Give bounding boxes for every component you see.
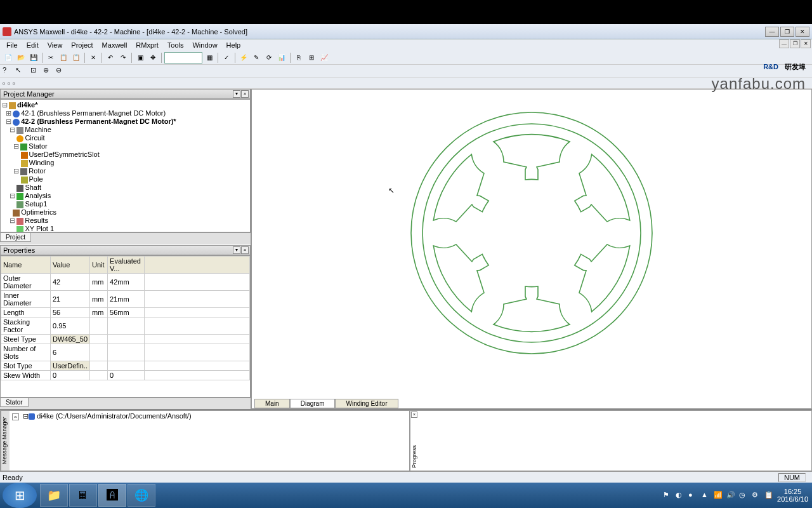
windows-taskbar[interactable]: ⊞ 📁 🖩 🅰 🌐 ⚑ ◐ ● ▲ 📶 🔊 ◷ ⚙ 📋 16:252016/6/… [0, 483, 812, 508]
taskbar-explorer-icon[interactable]: 📁 [40, 484, 68, 507]
property-row[interactable]: Number of Slots6 [1, 344, 250, 361]
tool-icon-2[interactable]: ▫ [8, 79, 10, 87]
menu-tools[interactable]: Tools [164, 41, 188, 50]
tool-icon-1[interactable]: ▫ [3, 79, 5, 87]
panel-close-icon[interactable]: × [241, 246, 249, 254]
delete-icon[interactable]: ✕ [88, 52, 99, 64]
menu-edit[interactable]: Edit [23, 41, 43, 50]
tray-flag-icon[interactable]: ⚑ [663, 491, 672, 500]
property-row[interactable]: Steel TypeDW465_50 [1, 335, 250, 344]
tree-slot[interactable]: UserDefSymmetricSlot [2, 150, 249, 159]
undo-icon[interactable]: ↶ [105, 52, 116, 64]
properties-table[interactable]: Name Value Unit Evaluated V... Outer Dia… [0, 255, 251, 398]
property-row[interactable]: Skew Width00 [1, 371, 250, 380]
report-icon[interactable]: 📊 [276, 52, 287, 64]
properties-header[interactable]: Properties ▾× [0, 245, 251, 255]
tree-pole[interactable]: Pole [2, 175, 249, 184]
property-row[interactable]: Outer Diameter42mm42mm [1, 274, 250, 291]
progress-panel[interactable]: × Progress [410, 410, 812, 471]
minimize-button[interactable]: — [765, 27, 779, 37]
system-tray[interactable]: ⚑ ◐ ● ▲ 📶 🔊 ◷ ⚙ 📋 16:252016/6/10 [659, 488, 812, 503]
chart-icon[interactable]: 📈 [318, 52, 330, 64]
tree-shaft[interactable]: Shaft [2, 184, 249, 192]
menu-window[interactable]: Window [188, 41, 221, 50]
redo-icon[interactable]: ↷ [117, 52, 129, 64]
property-row[interactable]: Inner Diameter21mm21mm [1, 291, 250, 308]
tree-winding[interactable]: Winding [2, 159, 249, 167]
mdi-minimize[interactable]: — [779, 39, 789, 48]
tray-icon[interactable]: ▲ [701, 491, 710, 500]
tree-machine[interactable]: ⊟Machine [2, 126, 249, 134]
close-button[interactable]: ✕ [796, 27, 809, 37]
taskbar-calc-icon[interactable]: 🖩 [69, 484, 97, 507]
project-tree[interactable]: ⊟di4ke* ⊞42-1 (Brushless Permanent-Magne… [0, 99, 251, 232]
edit-icon[interactable]: ✎ [251, 52, 262, 64]
view-tab-main[interactable]: Main [254, 399, 290, 408]
msg-close-icon[interactable]: × [12, 413, 19, 420]
menu-view[interactable]: View [44, 41, 67, 50]
tray-icon[interactable]: ◷ [739, 491, 748, 500]
menu-rmxprt[interactable]: RMxprt [132, 41, 162, 50]
tray-volume-icon[interactable]: 🔊 [726, 491, 735, 500]
design-viewport[interactable]: ↖ Main Diagram Winding Editor [251, 89, 812, 409]
units-combo[interactable] [164, 52, 202, 64]
pin-icon[interactable]: ▾ [233, 90, 240, 98]
tab-project[interactable]: Project [0, 233, 31, 242]
tray-icon[interactable]: 📋 [764, 491, 773, 500]
validate-icon[interactable]: ✓ [221, 52, 232, 64]
menu-file[interactable]: File [3, 41, 22, 50]
mdi-close[interactable]: ✕ [801, 39, 811, 48]
view-tab-diagram[interactable]: Diagram [290, 399, 336, 408]
tray-network-icon[interactable]: 📶 [714, 491, 723, 500]
tree-rotor[interactable]: ⊟Rotor [2, 167, 249, 175]
refresh-icon[interactable]: ⟳ [263, 52, 275, 64]
message-manager-panel[interactable]: Message Manager × ⊟di4ke (C:/Users/Admin… [0, 410, 410, 471]
msg-line[interactable]: di4ke (C:/Users/Administrator/Documents/… [37, 412, 191, 420]
view-tab-winding[interactable]: Winding Editor [335, 399, 398, 408]
taskbar-browser-icon[interactable]: 🌐 [128, 484, 155, 507]
tree-xyplot[interactable]: XY Plot 1 [2, 225, 249, 232]
tree-design-2[interactable]: ⊟42-2 (Brushless Permanent-Magnet DC Mot… [2, 117, 249, 126]
tree-setup[interactable]: Setup1 [2, 200, 249, 208]
tree-results[interactable]: ⊟Results [2, 217, 249, 225]
maximize-button[interactable]: ❐ [780, 27, 794, 37]
panel-close-icon[interactable]: × [241, 90, 249, 98]
select-icon[interactable]: ▣ [134, 52, 146, 64]
property-row[interactable]: Slot TypeUserDefin.. [1, 361, 250, 371]
table-icon[interactable]: ⊞ [306, 52, 317, 64]
save-icon[interactable]: 💾 [28, 52, 39, 64]
tree-circuit[interactable]: Circuit [2, 134, 249, 142]
tab-stator[interactable]: Stator [0, 398, 29, 407]
menu-maxwell[interactable]: Maxwell [98, 41, 131, 50]
taskbar-clock[interactable]: 16:252016/6/10 [777, 488, 808, 503]
pin-icon[interactable]: ▾ [233, 246, 240, 254]
zoom-window-icon[interactable]: ⊡ [30, 66, 41, 76]
property-row[interactable]: Stacking Factor0.95 [1, 318, 250, 335]
tree-analysis[interactable]: ⊟Analysis [2, 192, 249, 200]
menu-project[interactable]: Project [67, 41, 96, 50]
tree-design-1[interactable]: ⊞42-1 (Brushless Permanent-Magnet DC Mot… [2, 109, 249, 117]
help-icon[interactable]: ? [3, 66, 13, 76]
start-button[interactable]: ⊞ [3, 483, 37, 508]
pan-icon[interactable]: ✥ [147, 52, 159, 64]
menu-help[interactable]: Help [223, 41, 245, 50]
title-bar[interactable]: ANSYS Maxwell - di4ke - 42-2 - Machine -… [0, 24, 812, 39]
copy-icon[interactable]: 📋 [58, 52, 69, 64]
project-manager-header[interactable]: Project Manager ▾× [0, 89, 251, 99]
tray-icon[interactable]: ● [688, 491, 697, 500]
cut-icon[interactable]: ✂ [45, 52, 56, 64]
zoom-out-icon[interactable]: ⊖ [56, 66, 66, 76]
open-icon[interactable]: 📂 [15, 52, 27, 64]
mdi-restore[interactable]: ❐ [790, 39, 800, 48]
paste-icon[interactable]: 📋 [70, 52, 82, 64]
tree-optimetrics[interactable]: Optimetrics [2, 208, 249, 217]
export-icon[interactable]: ⎘ [293, 52, 304, 64]
tree-stator[interactable]: ⊟Stator [2, 142, 249, 150]
new-icon[interactable]: 📄 [3, 52, 14, 64]
zoom-in-icon[interactable]: ⊕ [43, 66, 53, 76]
progress-close-icon[interactable]: × [411, 411, 417, 418]
taskbar-ansys-icon[interactable]: 🅰 [98, 484, 126, 507]
tray-icon[interactable]: ◐ [676, 491, 684, 500]
tool-icon-3[interactable]: ▫ [13, 79, 15, 87]
tree-root[interactable]: ⊟di4ke* [2, 101, 249, 109]
